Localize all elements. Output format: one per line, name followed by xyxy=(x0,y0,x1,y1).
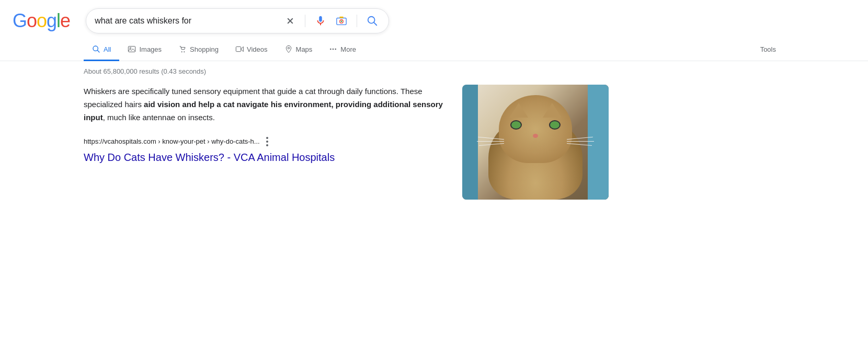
result-image[interactable] xyxy=(462,85,609,200)
result-url: https://vcahospitals.com › know-your-pet… xyxy=(84,137,260,145)
search-bar: what are cats whiskers for xyxy=(86,8,389,33)
header: Google what are cats whiskers for xyxy=(0,0,868,39)
search-button[interactable] xyxy=(364,13,380,29)
svg-rect-12 xyxy=(236,47,241,51)
tab-all[interactable]: All xyxy=(84,39,119,61)
search-input[interactable]: what are cats whiskers for xyxy=(95,16,278,26)
search-tab-icon xyxy=(92,45,100,53)
svg-point-11 xyxy=(184,51,185,52)
images-tab-icon xyxy=(128,45,136,53)
svg-point-10 xyxy=(181,51,182,52)
more-dots-icon xyxy=(329,45,337,53)
snippet-outro: , much like antennae on insects. xyxy=(103,113,215,122)
clear-button[interactable] xyxy=(283,14,298,28)
nav-tabs: All Images Shopping Videos xyxy=(0,39,868,61)
svg-rect-2 xyxy=(339,17,343,18)
camera-icon xyxy=(336,15,347,27)
search-icon xyxy=(367,15,378,27)
result-title-link[interactable]: Why Do Cats Have Whiskers? - VCA Animal … xyxy=(84,152,335,163)
svg-point-3 xyxy=(341,21,342,22)
videos-tab-icon xyxy=(235,45,244,53)
tab-videos[interactable]: Videos xyxy=(227,39,276,61)
mic-icon xyxy=(315,15,326,27)
svg-line-5 xyxy=(374,22,376,25)
svg-rect-8 xyxy=(129,47,135,52)
results-area: About 65,800,000 results (0.43 seconds) … xyxy=(0,61,868,212)
cat-photo xyxy=(462,85,609,200)
shopping-tab-icon xyxy=(178,45,187,53)
result-url-row: https://vcahospitals.com › know-your-pet… xyxy=(84,135,450,148)
tab-images[interactable]: Images xyxy=(119,39,170,61)
voice-search-button[interactable] xyxy=(313,13,328,29)
tab-shopping[interactable]: Shopping xyxy=(170,39,227,61)
svg-point-17 xyxy=(335,49,337,50)
result-options-button[interactable] xyxy=(264,135,270,148)
divider2 xyxy=(357,15,357,27)
tools-button[interactable]: Tools xyxy=(752,39,784,61)
svg-line-7 xyxy=(97,50,99,52)
divider xyxy=(305,15,305,27)
svg-point-14 xyxy=(288,47,289,49)
maps-tab-icon xyxy=(284,45,293,53)
three-dots-icon xyxy=(265,136,269,147)
tab-maps[interactable]: Maps xyxy=(276,39,321,61)
result-container: Whiskers are specifically tuned sensory … xyxy=(84,85,784,200)
svg-marker-13 xyxy=(241,47,244,51)
google-logo[interactable]: Google xyxy=(13,10,70,32)
svg-point-9 xyxy=(130,48,131,49)
svg-point-16 xyxy=(333,49,334,50)
results-stats: About 65,800,000 results (0.43 seconds) xyxy=(84,67,784,75)
clear-icon xyxy=(285,16,295,26)
tab-more[interactable]: More xyxy=(321,39,364,61)
snippet-text: Whiskers are specifically tuned sensory … xyxy=(84,85,450,124)
image-search-button[interactable] xyxy=(334,13,349,29)
svg-point-15 xyxy=(330,49,332,50)
result-main: Whiskers are specifically tuned sensory … xyxy=(84,85,450,164)
